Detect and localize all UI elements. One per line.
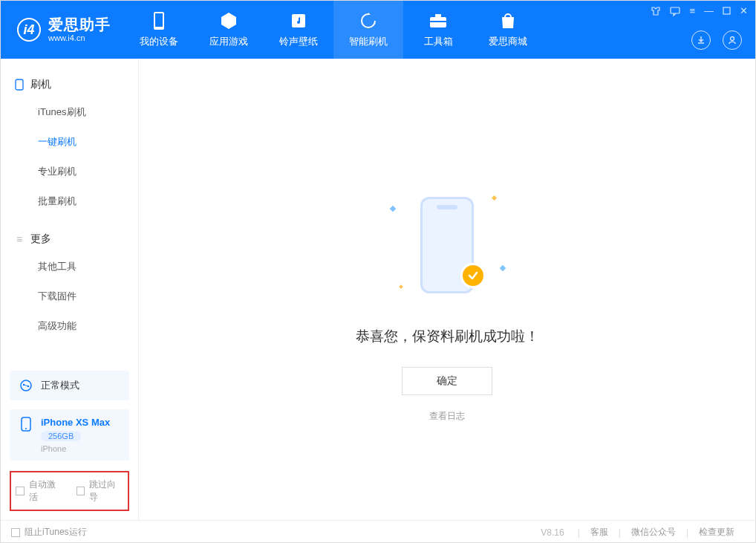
version-label: V8.16 [541, 527, 564, 538]
footer-link-update[interactable]: 检查更新 [688, 526, 745, 539]
tab-apps-games[interactable]: 应用游戏 [194, 1, 264, 59]
tab-toolbox[interactable]: 工具箱 [403, 1, 473, 59]
option-label: 阻止iTunes运行 [25, 526, 87, 539]
sidebar-group-flash: 刷机 [1, 72, 138, 97]
checkbox-icon [16, 487, 25, 495]
sidebar-group-more: ≡ 更多 [1, 227, 138, 252]
checkbox-icon [11, 528, 20, 537]
sidebar-group-title: 刷机 [30, 78, 51, 91]
option-label: 跳过向导 [89, 478, 123, 504]
list-icon: ≡ [14, 234, 25, 244]
svg-point-14 [25, 428, 27, 429]
app-url: www.i4.cn [48, 33, 111, 43]
close-icon[interactable]: ✕ [740, 5, 748, 16]
toolbox-icon [428, 11, 448, 30]
tab-label: 我的设备 [140, 35, 178, 48]
option-skip-guide[interactable]: 跳过向导 [76, 478, 124, 504]
device-card[interactable]: iPhone XS Max 256GB iPhone [10, 409, 129, 461]
skin-icon[interactable] [651, 6, 661, 16]
view-log-link[interactable]: 查看日志 [429, 410, 465, 423]
app-logo-text: 爱思助手 www.i4.cn [48, 16, 111, 43]
spark-icon [390, 206, 396, 212]
phone-outline-icon [14, 79, 25, 90]
device-name: iPhone XS Max [41, 417, 110, 428]
option-auto-activate[interactable]: 自动激活 [16, 478, 63, 504]
success-message: 恭喜您，保资料刷机成功啦！ [356, 327, 539, 346]
spark-icon [492, 195, 497, 201]
svg-rect-1 [155, 13, 163, 27]
app-name: 爱思助手 [48, 16, 111, 33]
window-controls: ≡ — ✕ [651, 5, 748, 16]
device-icon [149, 11, 169, 30]
sidebar-item-pro-flash[interactable]: 专业刷机 [1, 157, 138, 186]
download-button[interactable] [691, 30, 711, 50]
sidebar-item-batch-flash[interactable]: 批量刷机 [1, 186, 138, 216]
tab-label: 应用游戏 [209, 35, 248, 48]
logo-area: i4 爱思助手 www.i4.cn [1, 1, 124, 59]
tab-label: 爱思商城 [489, 35, 527, 48]
header-right-icons [691, 30, 742, 50]
minimize-icon[interactable]: — [704, 5, 714, 16]
maximize-icon[interactable] [723, 7, 731, 15]
checkmark-badge-icon [460, 263, 486, 288]
menu-icon[interactable]: ≡ [689, 5, 695, 16]
cube-icon [219, 11, 238, 30]
mode-icon [19, 378, 33, 393]
device-type: iPhone [41, 444, 110, 453]
refresh-icon [359, 11, 378, 30]
tab-label: 智能刷机 [349, 35, 388, 48]
footer-link-wechat[interactable]: 微信公众号 [621, 526, 686, 539]
sidebar: 刷机 iTunes刷机 一键刷机 专业刷机 批量刷机 ≡ 更多 其他工具 下载固… [1, 59, 139, 520]
spark-icon [500, 265, 506, 271]
mode-card[interactable]: 正常模式 [10, 371, 129, 400]
sidebar-item-advanced[interactable]: 高级功能 [1, 311, 138, 341]
tab-my-device[interactable]: 我的设备 [124, 1, 194, 59]
feedback-icon[interactable] [670, 6, 680, 16]
option-label: 自动激活 [29, 478, 63, 504]
app-footer: 阻止iTunes运行 V8.16 | 客服 | 微信公众号 | 检查更新 [1, 520, 755, 543]
tab-smart-flash[interactable]: 智能刷机 [333, 1, 403, 59]
tab-label: 铃声壁纸 [279, 35, 318, 48]
main-content: 恭喜您，保资料刷机成功啦！ 确定 查看日志 [139, 59, 755, 520]
success-illustration [373, 186, 521, 305]
svg-rect-9 [16, 79, 23, 90]
user-button[interactable] [723, 30, 742, 50]
option-block-itunes[interactable]: 阻止iTunes运行 [11, 526, 87, 539]
svg-rect-7 [723, 7, 730, 14]
sidebar-item-oneclick-flash[interactable]: 一键刷机 [1, 127, 138, 157]
svg-rect-6 [671, 7, 680, 13]
device-info: iPhone XS Max 256GB iPhone [41, 417, 110, 453]
sidebar-item-download-firmware[interactable]: 下载固件 [1, 282, 138, 311]
app-header: i4 爱思助手 www.i4.cn 我的设备 应用游戏 铃声壁纸 智能刷机 工具… [1, 1, 755, 59]
music-icon [289, 11, 308, 30]
flash-options-highlighted: 自动激活 跳过向导 [10, 471, 129, 511]
confirm-button[interactable]: 确定 [402, 367, 492, 395]
tab-ringtone-wallpaper[interactable]: 铃声壁纸 [264, 1, 333, 59]
device-capacity: 256GB [41, 431, 81, 441]
sidebar-item-other-tools[interactable]: 其他工具 [1, 252, 138, 282]
tab-store[interactable]: 爱思商城 [473, 1, 543, 59]
footer-link-support[interactable]: 客服 [580, 526, 619, 539]
device-phone-icon [19, 417, 33, 432]
mode-label: 正常模式 [41, 379, 79, 392]
sidebar-group-title: 更多 [30, 233, 51, 246]
app-body: 刷机 iTunes刷机 一键刷机 专业刷机 批量刷机 ≡ 更多 其他工具 下载固… [1, 59, 755, 520]
tab-label: 工具箱 [424, 35, 453, 48]
sidebar-item-itunes-flash[interactable]: iTunes刷机 [1, 97, 138, 127]
checkbox-icon [76, 487, 85, 495]
top-tabs: 我的设备 应用游戏 铃声壁纸 智能刷机 工具箱 爱思商城 [124, 1, 543, 59]
spark-icon [399, 284, 403, 289]
app-logo-icon: i4 [17, 18, 41, 42]
svg-rect-4 [435, 14, 441, 17]
svg-point-8 [731, 37, 734, 41]
bag-icon [498, 11, 518, 30]
svg-rect-5 [430, 21, 446, 22]
